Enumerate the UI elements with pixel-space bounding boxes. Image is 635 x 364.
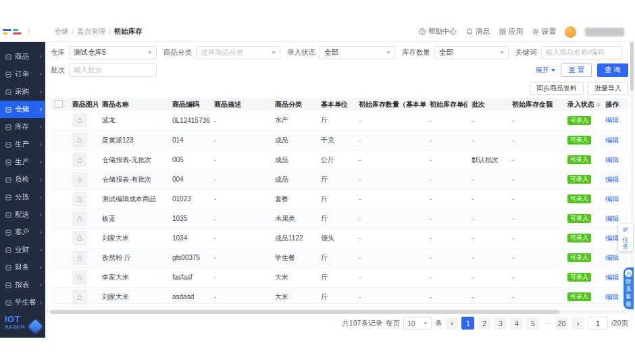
sidebar-item-goods[interactable]: 商品›	[0, 48, 45, 66]
sidebar-item-sorting[interactable]: 分拣›	[0, 188, 45, 206]
page-button-3[interactable]: 3	[494, 317, 507, 330]
cell-name: 刘家大米	[102, 234, 129, 242]
sidebar-item-customer[interactable]: 客户›	[0, 224, 45, 241]
header-action-apps[interactable]: 应用	[499, 27, 523, 36]
column-label: 商品名称	[102, 101, 129, 108]
reset-button[interactable]: 重 置	[561, 63, 592, 77]
column-header-status[interactable]: 录入状态	[563, 99, 601, 111]
help-icon	[418, 28, 426, 36]
cell-init_amount: -	[512, 117, 514, 124]
per-page-select[interactable]: 10	[403, 317, 432, 330]
vertical-scrollbar-thumb[interactable]	[630, 42, 634, 90]
sidebar-item-delivery[interactable]: 配送›	[0, 206, 45, 224]
filter-select-warehouse[interactable]: 测试仓库5	[69, 46, 157, 59]
page-button-5[interactable]: 5	[526, 317, 539, 330]
scroll-left-icon[interactable]: ‹	[47, 309, 49, 315]
filter-label-warehouse: 仓库	[51, 48, 65, 57]
cell-init_amount: -	[512, 215, 514, 222]
sidebar-item-label: 客户	[15, 228, 40, 237]
select-all-checkbox[interactable]	[55, 100, 63, 108]
chevron-right-icon: ›	[40, 264, 42, 271]
edit-link[interactable]: 编辑	[605, 254, 619, 261]
sidebar-item-label: 分拣	[15, 192, 40, 202]
filter-select-category[interactable]: 选择商品分类	[196, 46, 280, 59]
column-header-image: 商品图片	[68, 99, 98, 111]
sync-products-button[interactable]: 同步商品资料	[530, 82, 584, 95]
edit-link[interactable]: 编辑	[605, 176, 619, 183]
sidebar-item-production[interactable]: 生产›	[0, 136, 45, 153]
sidebar-item-production-2[interactable]: 生产›	[0, 153, 45, 171]
filter-input-batch[interactable]: 输入批次	[69, 63, 157, 77]
breadcrumb-item[interactable]: 仓储	[54, 27, 68, 36]
edit-link[interactable]: 编辑	[605, 293, 619, 301]
page-jump-input[interactable]	[588, 317, 608, 330]
sort-icon[interactable]	[596, 103, 601, 107]
scrollbar-thumb[interactable]	[50, 310, 559, 314]
column-header-init_amount: 初始库存金额	[508, 99, 563, 111]
edit-link[interactable]: 编辑	[605, 116, 619, 124]
search-button[interactable]: 查 询	[597, 63, 628, 77]
edit-link[interactable]: 编辑	[605, 156, 619, 163]
sidebar-item-warehouse[interactable]: 仓储›	[0, 101, 45, 118]
sidebar-item-quality[interactable]: 质检›	[0, 171, 45, 188]
chevron-right-icon: ›	[40, 53, 42, 60]
edit-link[interactable]: 编辑	[605, 136, 619, 144]
app-logo[interactable]	[0, 29, 45, 34]
table-row: 李家大米fasfasf-大米斤----可录入编辑	[51, 267, 628, 287]
task-label: 任务	[622, 236, 629, 250]
column-label: 初始库存数量（基本单位）	[359, 101, 426, 108]
cell-desc: -	[214, 176, 216, 183]
page-button-1[interactable]: 1	[461, 317, 474, 330]
edit-link[interactable]: 编辑	[605, 195, 619, 203]
breadcrumb-item[interactable]: 盘点管理	[77, 27, 105, 36]
sidebar-item-purchase[interactable]: 采购›	[0, 83, 45, 101]
purchase-icon	[5, 88, 12, 96]
user-avatar[interactable]	[565, 26, 576, 38]
edit-link[interactable]: 编辑	[605, 215, 619, 222]
header-action-bell[interactable]: 消息	[465, 27, 490, 36]
sidebar-item-label: 配送	[15, 210, 40, 219]
cell-unit: 斤	[321, 274, 328, 281]
table-row: 刘家大米1034-成品1122馒头----可录入编辑	[51, 228, 628, 248]
cell-name: 蛋黄派123	[102, 136, 134, 144]
product-image-placeholder	[72, 231, 87, 246]
column-header-batch: 批次	[467, 99, 508, 111]
task-lines-icon	[622, 226, 629, 233]
header-action-gear[interactable]: 设置	[532, 27, 556, 36]
cell-category: 成品	[275, 156, 288, 163]
user-name-blurred[interactable]	[585, 28, 624, 36]
scrollbar-track[interactable]	[50, 310, 629, 314]
sidebar-item-business-finance[interactable]: 业财›	[0, 241, 45, 259]
product-image-placeholder-icon	[76, 195, 84, 203]
product-image-placeholder-icon	[76, 116, 84, 124]
customer-service-button[interactable]: 联系客服	[624, 267, 634, 309]
next-page-button[interactable]: ›	[572, 317, 584, 330]
edit-link[interactable]: 编辑	[605, 234, 619, 242]
table-row: 板蓝1035-水果类斤----可录入编辑	[51, 209, 628, 228]
edit-link[interactable]: 编辑	[605, 274, 619, 281]
page-button-2[interactable]: 2	[478, 317, 490, 330]
sidebar-item-inventory[interactable]: 库存›	[0, 118, 45, 136]
sidebar-item-finance[interactable]: 财务›	[0, 259, 45, 276]
horizontal-scrollbar[interactable]: ‹ ›	[47, 309, 632, 315]
sidebar-item-student-meal[interactable]: 学生餐›	[0, 294, 45, 311]
sidebar-item-report[interactable]: 报表›	[0, 276, 45, 294]
column-label: 商品描述	[214, 101, 241, 108]
sidebar-item-order[interactable]: 订单›	[0, 66, 45, 83]
cell-batch: -	[472, 293, 474, 301]
expand-toggle[interactable]: 展开	[535, 66, 555, 75]
page-button-4[interactable]: 4	[510, 317, 523, 330]
task-float-button[interactable]: 任务	[618, 224, 633, 251]
filter-select-stock-qty[interactable]: 全部	[434, 46, 509, 59]
batch-import-button[interactable]: 批量导入	[588, 82, 628, 95]
filter-input-keyword[interactable]: 输入商品名称/编码	[541, 46, 622, 59]
cell-code: 1035	[172, 215, 187, 222]
product-image-placeholder-icon	[76, 274, 84, 282]
prev-page-button[interactable]: ‹	[445, 317, 458, 330]
page-button-20[interactable]: 20	[555, 317, 568, 330]
product-image-placeholder	[72, 153, 87, 167]
chevron-down-icon	[148, 51, 152, 54]
status-badge: 可录入	[567, 253, 591, 262]
header-action-help[interactable]: 帮助中心	[418, 27, 457, 36]
filter-select-entry-status[interactable]: 全部	[320, 46, 395, 59]
